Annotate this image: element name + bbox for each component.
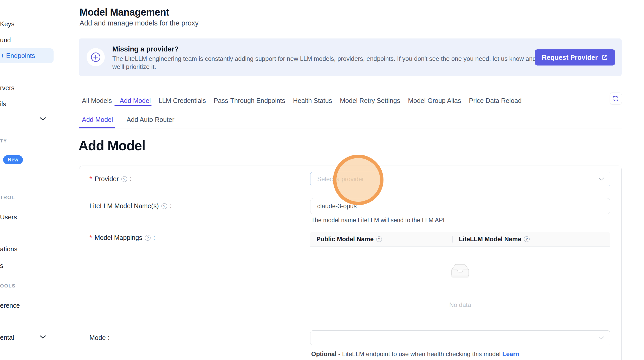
active-tab-underline bbox=[114, 105, 152, 106]
sidebar-item-guardrails[interactable]: ils bbox=[0, 100, 6, 108]
label-colon: : bbox=[170, 202, 172, 210]
tab-health-status[interactable]: Health Status bbox=[293, 97, 332, 104]
subtab-add-model[interactable]: Add Model bbox=[82, 116, 113, 123]
empty-box-icon bbox=[448, 261, 472, 278]
column-header-public-model-name: Public Model Name ? bbox=[310, 235, 452, 243]
chevron-down-icon[interactable] bbox=[40, 335, 46, 339]
new-badge: New bbox=[3, 155, 23, 164]
sidebar-item-settings[interactable]: s bbox=[0, 262, 3, 270]
sidebar-item-label: + Endpoints bbox=[1, 52, 35, 60]
sidebar-item-api-reference[interactable]: erence bbox=[0, 302, 20, 309]
required-mark: * bbox=[89, 175, 92, 183]
sidebar-item-mcp-servers[interactable]: rvers bbox=[0, 84, 15, 92]
help-icon[interactable]: ? bbox=[145, 235, 151, 241]
sidebar-section-tools: OOLS bbox=[0, 283, 16, 289]
tab-add-model[interactable]: Add Model bbox=[120, 97, 151, 104]
table-empty-body: No data bbox=[310, 247, 610, 316]
model-name-input[interactable]: claude-3-opus bbox=[310, 198, 610, 214]
sidebar-item-playground[interactable]: und bbox=[0, 36, 11, 44]
tab-price-data-reload[interactable]: Price Data Reload bbox=[469, 97, 522, 104]
mode-helper-bold: Optional bbox=[311, 350, 336, 357]
required-mark: * bbox=[89, 234, 92, 241]
column-header-litellm-model-name: LiteLLM Model Name ? bbox=[452, 235, 530, 243]
help-icon[interactable]: ? bbox=[524, 236, 530, 242]
model-name-label-text: LiteLLM Model Name(s) bbox=[89, 202, 159, 210]
table-header-row: Public Model Name ? LiteLLM Model Name ? bbox=[310, 232, 610, 247]
chevron-down-icon[interactable] bbox=[40, 117, 46, 121]
subtab-add-auto-router[interactable]: Add Auto Router bbox=[127, 116, 174, 123]
provider-placeholder: Select a provider bbox=[317, 172, 364, 186]
subtabs-divider bbox=[79, 128, 622, 128]
banner-title: Missing a provider? bbox=[112, 45, 179, 53]
help-icon[interactable]: ? bbox=[161, 203, 167, 209]
request-provider-button[interactable]: Request Provider bbox=[535, 49, 615, 66]
learn-link[interactable]: Learn bbox=[502, 350, 519, 357]
refresh-button[interactable] bbox=[610, 93, 622, 104]
mode-helper: Optional - LiteLLM endpoint to use when … bbox=[311, 350, 519, 358]
label-colon: : bbox=[130, 175, 132, 183]
add-model-form-card: * Provider ? : Select a provider LiteLLM… bbox=[79, 166, 622, 360]
help-icon[interactable]: ? bbox=[376, 236, 382, 242]
plus-circle-icon bbox=[87, 48, 105, 66]
sidebar-section-label: TY bbox=[0, 138, 7, 144]
banner-text-line1: The LiteLLM engineering team is constant… bbox=[112, 55, 536, 62]
model-name-value: claude-3-opus bbox=[317, 198, 357, 214]
provider-label: * Provider ? : bbox=[89, 175, 132, 183]
column-header-label: LiteLLM Model Name bbox=[459, 235, 521, 243]
help-icon[interactable]: ? bbox=[121, 176, 127, 182]
mode-label: Mode : bbox=[89, 334, 110, 342]
model-name-helper: The model name LiteLLM will send to the … bbox=[311, 217, 445, 224]
tab-model-retry-settings[interactable]: Model Retry Settings bbox=[340, 97, 400, 104]
sidebar-item-organizations[interactable]: ations bbox=[0, 245, 17, 253]
mode-select[interactable] bbox=[310, 330, 610, 345]
add-model-heading: Add Model bbox=[79, 138, 145, 153]
chevron-down-icon bbox=[599, 178, 604, 181]
request-provider-label: Request Provider bbox=[542, 54, 598, 62]
tab-all-models[interactable]: All Models bbox=[82, 97, 112, 104]
sidebar-item-models-endpoints[interactable]: + Endpoints bbox=[0, 48, 54, 63]
tabs-divider bbox=[79, 106, 622, 106]
refresh-icon bbox=[612, 95, 619, 102]
model-tabs: All Models Add Model LLM Credentials Pas… bbox=[82, 95, 522, 106]
external-link-icon bbox=[601, 54, 608, 61]
page-subtitle: Add and manage models for the proxy bbox=[80, 19, 199, 27]
label-colon: : bbox=[153, 234, 155, 241]
column-header-label: Public Model Name bbox=[316, 235, 374, 243]
missing-provider-banner: Missing a provider? The LiteLLM engineer… bbox=[79, 38, 622, 76]
banner-text-line2: we'll prioritize it. bbox=[112, 63, 156, 70]
page-title: Model Management bbox=[80, 7, 169, 18]
sidebar-item-virtual-keys[interactable]: Keys bbox=[0, 20, 15, 28]
model-mappings-label: * Model Mappings ? : bbox=[89, 234, 155, 241]
litellm-admin-screen: Keys und + Endpoints rvers ils TY New TR… bbox=[0, 0, 644, 360]
tab-model-group-alias[interactable]: Model Group Alias bbox=[408, 97, 461, 104]
model-name-label: LiteLLM Model Name(s) ? : bbox=[89, 202, 172, 210]
mode-helper-text: - LiteLLM endpoint to use when health ch… bbox=[336, 350, 502, 357]
tab-llm-credentials[interactable]: LLM Credentials bbox=[159, 97, 206, 104]
sidebar-item-internal-users[interactable]: Users bbox=[0, 213, 17, 221]
provider-label-text: Provider bbox=[95, 175, 119, 183]
no-data-text: No data bbox=[310, 301, 610, 309]
active-subtab-underline bbox=[79, 127, 115, 128]
column-divider bbox=[452, 236, 453, 243]
chevron-down-icon bbox=[599, 336, 604, 339]
model-mappings-label-text: Model Mappings bbox=[95, 234, 142, 241]
sidebar-section-access-control: TROL bbox=[0, 195, 15, 200]
tab-pass-through-endpoints[interactable]: Pass-Through Endpoints bbox=[214, 97, 285, 104]
label-colon: : bbox=[108, 334, 110, 342]
provider-select[interactable]: Select a provider bbox=[310, 172, 610, 186]
model-mappings-table: Public Model Name ? LiteLLM Model Name ?… bbox=[310, 232, 610, 316]
sidebar-item-experimental[interactable]: ental bbox=[0, 334, 14, 341]
mode-label-text: Mode bbox=[89, 334, 106, 342]
